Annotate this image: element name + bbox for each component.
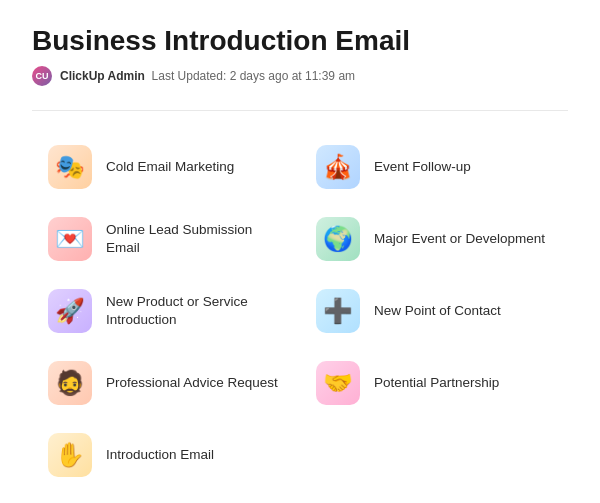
- online-lead-label: Online Lead Submission Email: [106, 221, 284, 256]
- list-item[interactable]: ➕ New Point of Contact: [300, 275, 568, 347]
- intro-email-label: Introduction Email: [106, 446, 214, 464]
- online-lead-icon: 💌: [48, 217, 92, 261]
- event-followup-icon: 🎪: [316, 145, 360, 189]
- new-contact-icon: ➕: [316, 289, 360, 333]
- advice-label: Professional Advice Request: [106, 374, 278, 392]
- page-container: Business Introduction Email CU ClickUp A…: [0, 0, 600, 503]
- new-product-icon: 🚀: [48, 289, 92, 333]
- templates-grid: 🎭 Cold Email Marketing 🎪 Event Follow-up…: [32, 131, 568, 491]
- advice-icon: 🧔: [48, 361, 92, 405]
- intro-email-icon: ✋: [48, 433, 92, 477]
- cold-email-icon: 🎭: [48, 145, 92, 189]
- section-divider: [32, 110, 568, 111]
- author-avatar: CU: [32, 66, 52, 86]
- page-title: Business Introduction Email: [32, 24, 568, 58]
- list-item[interactable]: 💌 Online Lead Submission Email: [32, 203, 300, 275]
- last-updated: Last Updated: 2 days ago at 11:39 am: [152, 69, 355, 83]
- new-product-label: New Product or Service Introduction: [106, 293, 284, 328]
- list-item[interactable]: ✋ Introduction Email: [32, 419, 300, 491]
- list-item[interactable]: 🤝 Potential Partnership: [300, 347, 568, 419]
- list-item[interactable]: 🎪 Event Follow-up: [300, 131, 568, 203]
- list-item[interactable]: 🌍 Major Event or Development: [300, 203, 568, 275]
- partnership-label: Potential Partnership: [374, 374, 499, 392]
- author-meta: ClickUp Admin Last Updated: 2 days ago a…: [60, 69, 355, 83]
- major-event-icon: 🌍: [316, 217, 360, 261]
- author-name: ClickUp Admin: [60, 69, 145, 83]
- cold-email-label: Cold Email Marketing: [106, 158, 234, 176]
- meta-row: CU ClickUp Admin Last Updated: 2 days ag…: [32, 66, 568, 86]
- major-event-label: Major Event or Development: [374, 230, 545, 248]
- event-followup-label: Event Follow-up: [374, 158, 471, 176]
- list-item[interactable]: 🚀 New Product or Service Introduction: [32, 275, 300, 347]
- list-item[interactable]: 🎭 Cold Email Marketing: [32, 131, 300, 203]
- new-contact-label: New Point of Contact: [374, 302, 501, 320]
- partnership-icon: 🤝: [316, 361, 360, 405]
- list-item[interactable]: 🧔 Professional Advice Request: [32, 347, 300, 419]
